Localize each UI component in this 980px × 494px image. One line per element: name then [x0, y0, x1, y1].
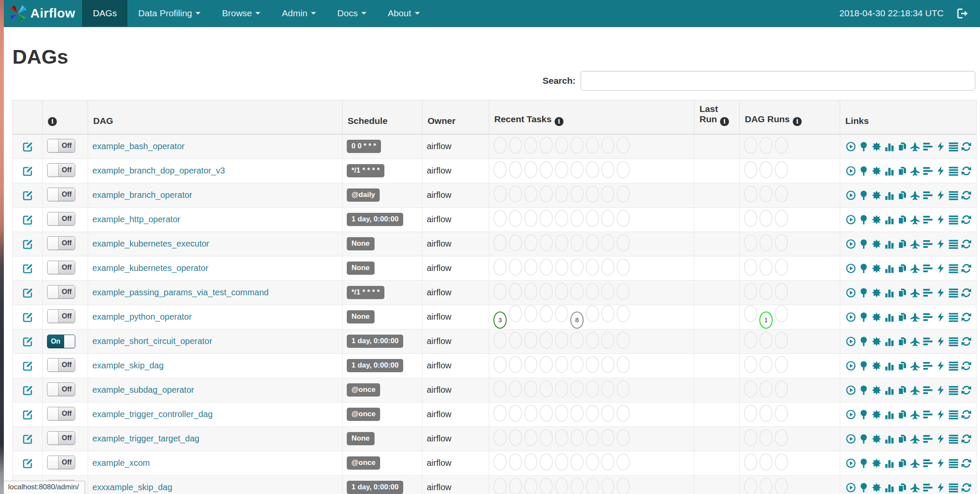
- task-tries-icon[interactable]: [897, 336, 907, 347]
- search-input[interactable]: [581, 71, 975, 91]
- logs-icon[interactable]: [948, 336, 959, 347]
- task-duration-icon[interactable]: [884, 190, 894, 200]
- logs-icon[interactable]: [948, 263, 959, 273]
- logs-icon[interactable]: [948, 434, 959, 444]
- recent-task-circle[interactable]: [540, 137, 553, 154]
- tree-view-icon[interactable]: [859, 263, 869, 273]
- recent-task-circle[interactable]: [555, 405, 568, 422]
- recent-task-circle[interactable]: [586, 259, 599, 276]
- gantt-view-icon[interactable]: [923, 482, 933, 493]
- recent-task-circle[interactable]: [617, 405, 630, 422]
- refresh-icon[interactable]: [961, 434, 971, 444]
- nav-item-admin[interactable]: Admin: [271, 0, 327, 26]
- task-tries-icon[interactable]: [897, 288, 907, 298]
- recent-task-circle[interactable]: [601, 283, 614, 300]
- schedule-badge[interactable]: None: [347, 310, 375, 323]
- recent-task-circle[interactable]: [555, 453, 568, 470]
- dag-run-circle[interactable]: [759, 283, 773, 300]
- dag-link[interactable]: example_xcom: [92, 458, 150, 468]
- recent-task-circle[interactable]: [540, 429, 553, 446]
- recent-task-circle[interactable]: [617, 161, 630, 178]
- recent-task-circle[interactable]: [540, 405, 553, 422]
- landing-times-icon[interactable]: [910, 239, 920, 249]
- landing-times-icon[interactable]: [910, 361, 920, 371]
- nav-item-docs[interactable]: Docs: [327, 0, 377, 26]
- header-owner[interactable]: Owner: [422, 100, 489, 135]
- refresh-icon[interactable]: [961, 215, 971, 225]
- tree-view-icon[interactable]: [859, 239, 869, 249]
- dag-run-circle[interactable]: [775, 429, 788, 446]
- dag-run-circle[interactable]: [775, 453, 788, 470]
- trigger-dag-icon[interactable]: [846, 482, 856, 493]
- recent-task-circle[interactable]: [570, 283, 584, 300]
- recent-task-circle[interactable]: [601, 356, 614, 373]
- schedule-badge[interactable]: 0 0 * * *: [347, 140, 381, 153]
- code-view-icon[interactable]: [936, 385, 946, 395]
- info-icon[interactable]: [48, 117, 57, 126]
- logs-icon[interactable]: [948, 458, 959, 468]
- task-duration-icon[interactable]: [884, 288, 894, 298]
- gantt-view-icon[interactable]: [923, 215, 933, 225]
- dag-pause-toggle[interactable]: Off: [47, 382, 75, 396]
- dag-pause-toggle[interactable]: Off: [47, 236, 75, 250]
- trigger-dag-icon[interactable]: [846, 336, 856, 347]
- recent-task-circle[interactable]: [540, 185, 553, 203]
- trigger-dag-icon[interactable]: [846, 458, 856, 468]
- graph-view-icon[interactable]: [871, 482, 882, 493]
- recent-task-circle[interactable]: [555, 137, 568, 154]
- recent-task-circle[interactable]: [586, 305, 599, 322]
- dag-pause-toggle[interactable]: Off: [47, 456, 75, 469]
- recent-task-circle[interactable]: [540, 259, 553, 276]
- recent-task-circle[interactable]: [509, 429, 522, 446]
- dag-link[interactable]: example_branch_dop_operator_v3: [92, 166, 225, 175]
- recent-task-circle[interactable]: [601, 405, 614, 422]
- recent-task-circle[interactable]: [555, 185, 568, 203]
- recent-task-circle[interactable]: [555, 429, 568, 446]
- dag-run-circle[interactable]: [775, 259, 788, 276]
- recent-task-circle[interactable]: [493, 234, 507, 251]
- schedule-badge[interactable]: None: [347, 432, 375, 445]
- trigger-dag-icon[interactable]: [846, 409, 856, 420]
- dag-run-circle[interactable]: [759, 380, 773, 397]
- info-icon[interactable]: [720, 117, 729, 126]
- logs-icon[interactable]: [948, 190, 959, 200]
- dag-run-circle[interactable]: [775, 185, 788, 203]
- recent-task-circle[interactable]: [601, 332, 614, 349]
- edit-dag-icon[interactable]: [22, 165, 33, 175]
- dag-run-circle[interactable]: [744, 210, 757, 227]
- recent-task-circle[interactable]: [586, 356, 599, 373]
- recent-task-circle[interactable]: [493, 283, 507, 300]
- task-tries-icon[interactable]: [897, 190, 907, 200]
- tree-view-icon[interactable]: [859, 361, 869, 371]
- gantt-view-icon[interactable]: [923, 336, 933, 347]
- recent-task-circle[interactable]: [540, 380, 553, 397]
- landing-times-icon[interactable]: [910, 190, 920, 200]
- code-view-icon[interactable]: [936, 239, 946, 249]
- recent-task-circle[interactable]: [617, 210, 630, 227]
- edit-dag-icon[interactable]: [22, 336, 33, 345]
- dag-run-circle[interactable]: [759, 185, 773, 203]
- recent-task-circle[interactable]: [493, 332, 507, 349]
- dag-run-circle[interactable]: [744, 305, 757, 322]
- recent-task-circle[interactable]: [524, 405, 537, 422]
- code-view-icon[interactable]: [936, 312, 946, 322]
- task-duration-icon[interactable]: [884, 215, 894, 225]
- schedule-badge[interactable]: None: [347, 262, 375, 275]
- trigger-dag-icon[interactable]: [846, 239, 856, 249]
- info-icon[interactable]: [793, 117, 802, 126]
- dag-run-circle[interactable]: [775, 210, 788, 227]
- gantt-view-icon[interactable]: [923, 434, 933, 444]
- dag-run-circle[interactable]: [759, 137, 773, 154]
- tree-view-icon[interactable]: [859, 482, 869, 493]
- dag-run-circle[interactable]: [744, 234, 757, 251]
- recent-task-circle[interactable]: [509, 259, 522, 276]
- schedule-badge[interactable]: None: [347, 237, 375, 250]
- trigger-dag-icon[interactable]: [846, 141, 856, 152]
- recent-task-circle[interactable]: [524, 305, 537, 322]
- recent-task-circle[interactable]: [524, 259, 537, 276]
- landing-times-icon[interactable]: [910, 288, 920, 298]
- logs-icon[interactable]: [948, 166, 959, 176]
- dag-run-circle[interactable]: [775, 161, 788, 178]
- task-duration-icon[interactable]: [884, 312, 894, 322]
- tree-view-icon[interactable]: [859, 190, 869, 200]
